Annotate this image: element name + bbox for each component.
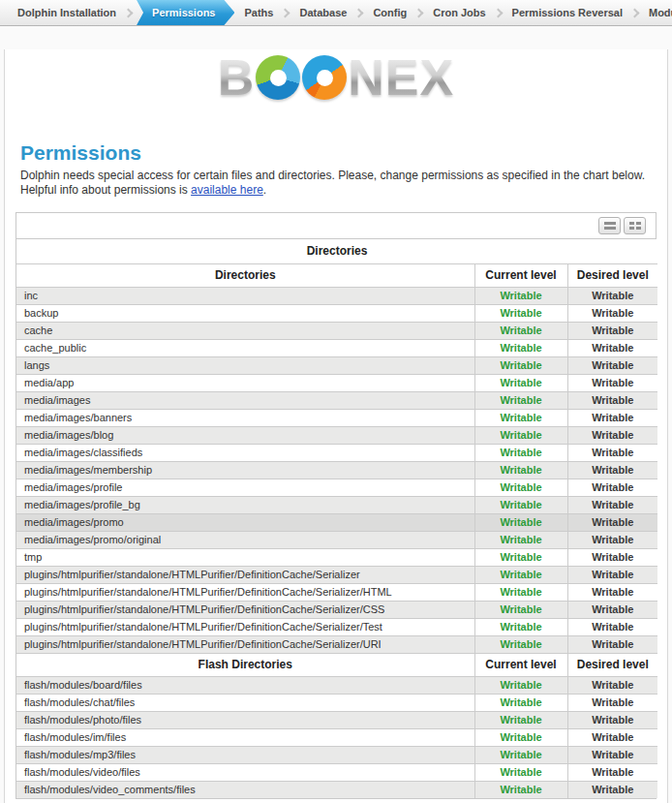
directory-path: media/images xyxy=(16,391,474,409)
permissions-table-container: Directories Directories Current level De… xyxy=(15,212,657,799)
desired-level-value: Writable xyxy=(567,676,657,694)
desired-level-value: Writable xyxy=(567,583,657,601)
table-row: flash/modules/photo/filesWritableWritabl… xyxy=(16,711,657,728)
list-rows-icon xyxy=(604,221,616,231)
desired-level-value: Writable xyxy=(567,479,657,496)
desired-level-value: Writable xyxy=(567,287,657,304)
desired-level-value: Writable xyxy=(567,461,657,479)
desired-level-value: Writable xyxy=(567,694,657,711)
step-paths[interactable]: Paths xyxy=(236,0,281,25)
description-line1: Dolphin needs special access for certain… xyxy=(20,169,645,182)
step-dolphin-installation[interactable]: Dolphin Installation xyxy=(10,0,124,25)
list-view-button[interactable] xyxy=(598,217,621,234)
chevron-right-icon xyxy=(414,8,424,17)
directory-path: langs xyxy=(16,356,474,374)
desired-level-value: Writable xyxy=(567,339,657,356)
table-row: flash/modules/chat/filesWritableWritable xyxy=(16,694,657,711)
directory-path: inc xyxy=(16,287,474,304)
desired-level-value: Writable xyxy=(567,746,657,763)
directory-path: flash/modules/photo/files xyxy=(16,711,474,728)
current-level-value: Writable xyxy=(474,461,567,479)
current-level-value: Writable xyxy=(474,728,567,746)
logo-letters-nex: NEX xyxy=(348,52,454,103)
directory-path: flash/modules/video/files xyxy=(16,763,474,781)
step-database[interactable]: Database xyxy=(291,0,354,25)
table-row: media/appWritableWritable xyxy=(16,374,657,391)
current-level-value: Writable xyxy=(474,583,567,601)
table-row: langsWritableWritable xyxy=(16,356,657,374)
section-row-directories: Directories xyxy=(16,239,657,263)
current-level-value: Writable xyxy=(474,391,567,409)
table-row: plugins/htmlpurifier/standalone/HTMLPuri… xyxy=(16,601,657,618)
chevron-right-icon xyxy=(124,8,134,17)
directory-path: flash/modules/im/files xyxy=(16,728,474,746)
directory-path: plugins/htmlpurifier/standalone/HTMLPuri… xyxy=(16,583,474,601)
grid-tiles-icon xyxy=(629,221,641,231)
directory-path: flash/modules/chat/files xyxy=(16,694,474,711)
logo-letter-b: B xyxy=(218,52,256,103)
current-level-value: Writable xyxy=(474,287,567,304)
table-row: media/images/profile_bgWritableWritable xyxy=(16,496,657,513)
grid-view-button[interactable] xyxy=(624,217,646,234)
step-nav: Dolphin InstallationPermissionsPathsData… xyxy=(0,0,672,26)
current-level-value: Writable xyxy=(474,496,567,513)
col-header-desired-level-flash: Desired level xyxy=(567,653,657,676)
description-period: . xyxy=(263,183,266,197)
current-level-value: Writable xyxy=(474,479,567,496)
table-row: flash/modules/board/filesWritableWritabl… xyxy=(16,676,657,694)
table-row: plugins/htmlpurifier/standalone/HTMLPuri… xyxy=(16,566,657,583)
section-title-flash-directories: Flash Directories xyxy=(16,653,474,676)
desired-level-value: Writable xyxy=(567,374,657,391)
directory-path: backup xyxy=(16,304,474,322)
page-title: Permissions xyxy=(20,142,652,164)
directory-path: media/images/blog xyxy=(16,426,474,444)
current-level-value: Writable xyxy=(474,322,567,339)
desired-level-value: Writable xyxy=(567,356,657,374)
logo-o-hole xyxy=(317,70,333,86)
desired-level-value: Writable xyxy=(567,711,657,728)
table-row: plugins/htmlpurifier/standalone/HTMLPuri… xyxy=(16,583,657,601)
current-level-value: Writable xyxy=(474,694,567,711)
chevron-right-icon xyxy=(354,8,364,17)
desired-level-value: Writable xyxy=(567,496,657,513)
directory-path: plugins/htmlpurifier/standalone/HTMLPuri… xyxy=(16,635,474,653)
directory-path: flash/modules/board/files xyxy=(16,676,474,694)
description-line2: Helpful info about permissions is xyxy=(20,183,191,197)
table-row: flash/modules/im/filesWritableWritable xyxy=(16,728,657,746)
current-level-value: Writable xyxy=(474,426,567,444)
directory-path: flash/modules/video_comments/files xyxy=(16,781,474,798)
table-view-toolbar xyxy=(16,213,656,239)
chevron-right-icon xyxy=(493,8,503,17)
directory-path: plugins/htmlpurifier/standalone/HTMLPuri… xyxy=(16,566,474,583)
desired-level-value: Writable xyxy=(567,409,657,426)
current-level-value: Writable xyxy=(474,304,567,322)
table-row: plugins/htmlpurifier/standalone/HTMLPuri… xyxy=(16,618,657,635)
desired-level-value: Writable xyxy=(567,444,657,461)
directory-path: media/images/profile xyxy=(16,479,474,496)
step-modules[interactable]: Modules xyxy=(641,0,672,25)
column-header-row: Directories Current level Desired level xyxy=(16,263,657,287)
current-level-value: Writable xyxy=(474,548,567,566)
step-permissions[interactable]: Permissions xyxy=(137,0,234,25)
table-row: cacheWritableWritable xyxy=(16,322,657,339)
directory-path: media/images/promo xyxy=(16,513,474,531)
available-here-link[interactable]: available here xyxy=(191,183,263,197)
boonex-logo: B NEX xyxy=(15,49,657,106)
step-cron-jobs[interactable]: Cron Jobs xyxy=(425,0,493,25)
table-row: plugins/htmlpurifier/standalone/HTMLPuri… xyxy=(16,635,657,653)
directory-path: media/app xyxy=(16,374,474,391)
step-permissions-reversal[interactable]: Permissions Reversal xyxy=(504,0,630,25)
desired-level-value: Writable xyxy=(567,322,657,339)
directory-path: cache xyxy=(16,322,474,339)
table-row: cache_publicWritableWritable xyxy=(16,339,657,356)
col-header-directories: Directories xyxy=(16,263,474,287)
page-description: Dolphin needs special access for certain… xyxy=(20,169,652,198)
desired-level-value: Writable xyxy=(567,531,657,548)
chevron-right-icon xyxy=(630,8,640,17)
desired-level-value: Writable xyxy=(567,728,657,746)
current-level-value: Writable xyxy=(474,781,567,798)
current-level-value: Writable xyxy=(474,444,567,461)
col-header-desired-level: Desired level xyxy=(567,263,657,287)
desired-level-value: Writable xyxy=(567,513,657,531)
step-config[interactable]: Config xyxy=(365,0,414,25)
